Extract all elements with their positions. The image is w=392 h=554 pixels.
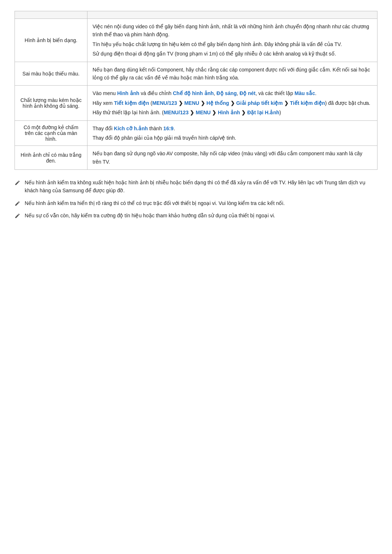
table-row: Hình ảnh bị biến dạng.Việc nén nội dung … [15, 19, 377, 62]
problem-cell: Hình ảnh chỉ có màu trắng đen. [15, 146, 87, 170]
solution-cell: Thay đổi Kích cỡ h.ảnh thành 16:9.Thay đ… [87, 120, 377, 146]
problem-cell: Hình ảnh bị biến dạng. [15, 19, 87, 62]
solution-cell: Việc nén nội dung video có thể gây biến … [87, 19, 377, 62]
solution-cell: Nếu bạn đang dùng kết nối Component, hãy… [87, 62, 377, 86]
pencil-icon [15, 179, 21, 186]
notes-list: Nếu hình ảnh kiểm tra không xuất hiện ho… [15, 178, 377, 220]
troubleshoot-table: Hình ảnh bị biến dạng.Việc nén nội dung … [15, 11, 377, 170]
note-item: Nếu sự cố vẫn còn, hãy kiểm tra cường độ… [15, 212, 377, 219]
col-problem-header [15, 11, 87, 19]
table-row: Chất lượng màu kém hoặc hình ảnh không đ… [15, 86, 377, 120]
problem-cell: Chất lượng màu kém hoặc hình ảnh không đ… [15, 86, 87, 120]
col-solution-header [87, 11, 377, 19]
problem-cell: Có một đường kẻ chấm trên các cạnh của m… [15, 120, 87, 146]
note-text: Nếu hình ảnh kiểm tra không xuất hiện ho… [25, 178, 377, 195]
note-text: Nếu hình ảnh kiểm tra hiển thị rõ ràng t… [25, 199, 285, 207]
pencil-icon [15, 212, 21, 219]
note-item: Nếu hình ảnh kiểm tra không xuất hiện ho… [15, 178, 377, 195]
table-row: Có một đường kẻ chấm trên các cạnh của m… [15, 120, 377, 146]
pencil-icon [15, 200, 21, 206]
table-row: Sai màu hoặc thiếu màu.Nếu bạn đang dùng… [15, 62, 377, 86]
solution-cell: Nếu bạn đang sử dụng ngõ vào AV composit… [87, 146, 377, 170]
table-row: Hình ảnh chỉ có màu trắng đen.Nếu bạn đa… [15, 146, 377, 170]
note-text: Nếu sự cố vẫn còn, hãy kiểm tra cường độ… [25, 212, 275, 219]
solution-cell: Vào menu Hình ảnh và điều chỉnh Chế độ h… [87, 86, 377, 120]
note-item: Nếu hình ảnh kiểm tra hiển thị rõ ràng t… [15, 199, 377, 207]
problem-cell: Sai màu hoặc thiếu màu. [15, 62, 87, 86]
